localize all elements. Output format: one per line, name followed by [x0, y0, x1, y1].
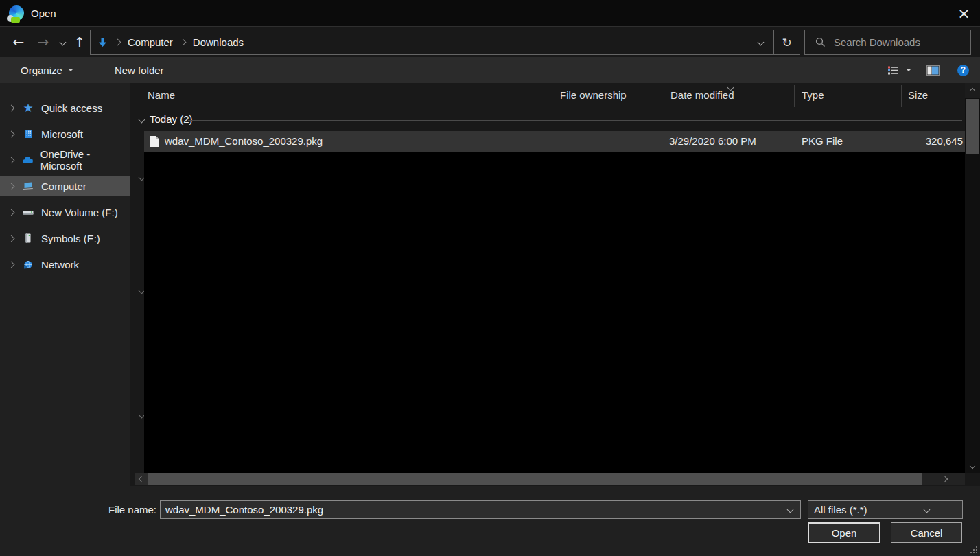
- expand-chevron-icon[interactable]: [8, 183, 15, 189]
- caret-down-icon: [68, 69, 73, 71]
- quick-access-star-icon: ★: [21, 102, 35, 114]
- file-name-dropdown-chevron-icon[interactable]: [780, 501, 800, 518]
- vertical-scrollbar-thumb[interactable]: [966, 99, 979, 154]
- address-dropdown-chevron-icon[interactable]: [747, 30, 773, 54]
- up-icon[interactable]: ↑: [70, 27, 89, 57]
- column-divider[interactable]: [794, 85, 795, 107]
- recent-locations-chevron-icon[interactable]: [55, 27, 70, 57]
- column-header-date-modified[interactable]: Date modified: [670, 89, 734, 101]
- horizontal-scrollbar-thumb[interactable]: [148, 473, 922, 485]
- back-icon[interactable]: ←: [8, 27, 29, 57]
- sidebar-item-onedrive[interactable]: OneDrive - Microsoft: [0, 150, 130, 170]
- preview-pane-icon[interactable]: [926, 65, 940, 76]
- help-icon[interactable]: ?: [957, 65, 969, 76]
- file-type-select[interactable]: All files (*.*): [808, 500, 963, 519]
- expand-chevron-icon[interactable]: [8, 235, 15, 242]
- expand-chevron-icon[interactable]: [8, 157, 15, 163]
- edge-dev-app-icon: [9, 5, 24, 21]
- expand-chevron-icon[interactable]: [8, 261, 15, 268]
- window-title: Open: [31, 8, 56, 19]
- navigation-bar: ← → ↑ Computer Downloads ↻: [0, 26, 980, 57]
- sidebar-item-new-volume-f[interactable]: New Volume (F:): [0, 202, 130, 222]
- group-label: Today (2): [150, 113, 193, 125]
- onedrive-cloud-icon: [21, 154, 34, 166]
- scroll-left-arrow-icon[interactable]: [135, 473, 148, 485]
- breadcrumb-chevron-icon: [179, 39, 186, 46]
- size-cell: 320,645: [896, 135, 963, 147]
- change-view-icon[interactable]: [887, 65, 899, 76]
- scroll-up-arrow-icon[interactable]: [965, 83, 980, 98]
- group-header-today[interactable]: Today (2): [130, 111, 965, 130]
- expand-chevron-icon[interactable]: [8, 209, 15, 216]
- external-drive-icon: [21, 206, 35, 218]
- horizontal-scrollbar[interactable]: [135, 473, 965, 485]
- open-file-dialog: Open × ← → ↑ Computer Downloads ↻: [0, 0, 980, 556]
- sidebar-item-network[interactable]: Network: [0, 254, 130, 275]
- organize-button[interactable]: Organize: [21, 65, 73, 76]
- search-box[interactable]: [804, 30, 971, 55]
- breadcrumb-downloads[interactable]: Downloads: [193, 36, 244, 48]
- breadcrumb-computer[interactable]: Computer: [128, 36, 173, 48]
- views-caret-icon[interactable]: [906, 69, 911, 71]
- column-divider[interactable]: [901, 85, 902, 107]
- navigation-pane: ★ Quick access Microsoft OneDrive - Micr…: [0, 83, 130, 486]
- file-name-input[interactable]: [161, 504, 780, 516]
- close-icon[interactable]: ×: [948, 0, 980, 26]
- scroll-right-arrow-icon[interactable]: [936, 473, 954, 485]
- column-header-size[interactable]: Size: [908, 89, 928, 101]
- cancel-button[interactable]: Cancel: [891, 522, 962, 543]
- command-toolbar: Organize New folder ?: [0, 57, 980, 83]
- column-header-type[interactable]: Type: [802, 89, 824, 101]
- file-row-selected[interactable]: wdav_MDM_Contoso_200329.pkg 3/29/2020 6:…: [144, 131, 965, 152]
- network-globe-icon: [21, 258, 35, 270]
- redacted-list-content: [144, 152, 965, 474]
- column-divider[interactable]: [664, 85, 664, 107]
- computer-icon: [21, 180, 35, 192]
- sidebar-item-symbols-e[interactable]: Symbols (E:): [0, 228, 130, 248]
- breadcrumb-chevron-icon: [115, 39, 121, 46]
- sidebar-item-computer[interactable]: Computer: [0, 176, 130, 196]
- search-input[interactable]: [834, 36, 957, 48]
- building-icon: [21, 128, 35, 140]
- new-folder-button[interactable]: New folder: [115, 65, 164, 76]
- tower-drive-icon: [21, 232, 35, 244]
- file-name-combo[interactable]: [160, 500, 801, 519]
- scroll-down-arrow-icon[interactable]: [965, 459, 980, 473]
- address-bar[interactable]: Computer Downloads ↻: [90, 30, 800, 55]
- file-name-label: File name:: [69, 504, 156, 516]
- collapse-group-chevron-icon[interactable]: [139, 117, 145, 124]
- open-button[interactable]: Open: [808, 522, 880, 543]
- sidebar-item-quick-access[interactable]: ★ Quick access: [0, 97, 130, 118]
- column-divider[interactable]: [555, 85, 555, 107]
- column-headers: Name File ownership Date modified Type S…: [130, 83, 965, 108]
- file-list: Name File ownership Date modified Type S…: [130, 83, 980, 486]
- title-bar: Open ×: [0, 0, 980, 26]
- dialog-footer: File name: All files (*.*) Open Cancel: [0, 486, 980, 556]
- column-header-file-ownership[interactable]: File ownership: [560, 89, 627, 101]
- group-divider-line: [188, 120, 962, 121]
- vertical-scrollbar[interactable]: [965, 83, 980, 473]
- file-document-icon: [150, 136, 159, 147]
- expand-chevron-icon[interactable]: [8, 130, 15, 137]
- file-type-value: All files (*.*): [808, 504, 885, 516]
- date-modified-cell: 3/29/2020 6:00 PM: [669, 135, 756, 147]
- type-cell: PKG File: [802, 135, 843, 147]
- column-header-name[interactable]: Name: [148, 89, 175, 101]
- refresh-icon[interactable]: ↻: [773, 30, 800, 54]
- file-name-cell: wdav_MDM_Contoso_200329.pkg: [165, 135, 323, 147]
- downloads-folder-icon: [97, 37, 108, 48]
- file-type-dropdown-chevron-icon: [885, 501, 962, 518]
- resize-grip[interactable]: [969, 545, 979, 555]
- sidebar-item-microsoft[interactable]: Microsoft: [0, 124, 130, 144]
- search-icon: [815, 37, 826, 47]
- expand-chevron-icon[interactable]: [8, 104, 15, 111]
- forward-icon[interactable]: →: [33, 27, 54, 57]
